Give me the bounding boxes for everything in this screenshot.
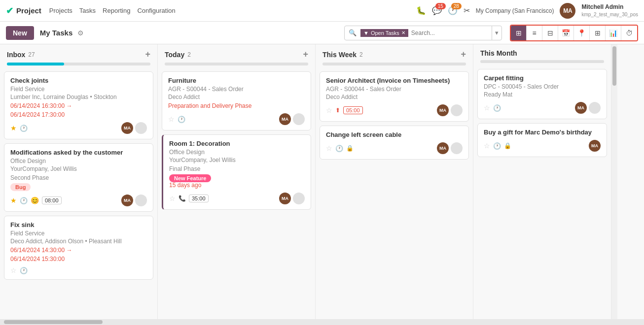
clock-icon[interactable]: 🕐 xyxy=(493,104,501,112)
card-fix-sink[interactable]: Fix sink Field Service Deco Addict, Addi… xyxy=(4,216,153,280)
col-add-thisweek[interactable]: + xyxy=(461,49,466,60)
search-filter-tag[interactable]: ▼ Open Tasks ✕ xyxy=(360,29,408,37)
grid-view-button[interactable]: ⊞ xyxy=(590,26,606,40)
card-title: Fix sink xyxy=(10,221,147,228)
company-label: My Company (San Francisco) xyxy=(476,7,554,14)
col-add-today[interactable]: + xyxy=(303,49,308,60)
card-dates: 06/14/2024 16:30:00 → xyxy=(10,102,147,109)
new-button[interactable]: New xyxy=(6,26,34,40)
horizontal-scrollbar[interactable] xyxy=(0,319,644,325)
calendar-view-button[interactable]: 📅 xyxy=(558,26,574,40)
card-room1-decoration[interactable]: Room 1: Decoration Office Design YourCom… xyxy=(162,134,311,210)
card-sub2: Deco Addict, Addison Olson • Pleasant Hi… xyxy=(10,238,147,245)
card-dates: 06/14/2024 14:30:00 → xyxy=(10,247,147,254)
nav-configuration[interactable]: Configuration xyxy=(137,7,175,14)
avatar-circle xyxy=(135,195,147,206)
card-senior-architect[interactable]: Senior Architect (Invoice on Timesheets)… xyxy=(320,71,469,122)
clock-icon[interactable]: 🕐 xyxy=(20,267,28,274)
col-title-today: Today xyxy=(165,51,184,59)
map-view-button[interactable]: 📍 xyxy=(574,26,590,40)
col-header-today: Today 2 + xyxy=(158,44,315,63)
card-furniture[interactable]: Furniture AGR - S00044 - Sales Order Dec… xyxy=(162,71,311,130)
avatar: MA xyxy=(437,142,449,154)
star-icon[interactable]: ☆ xyxy=(484,142,490,150)
card-date2: 06/14/2024 17:30:00 xyxy=(10,111,147,118)
chart-view-button[interactable]: 📊 xyxy=(606,26,621,40)
settings-gear-icon[interactable]: ⚙ xyxy=(77,29,84,37)
nav-links: Projects Tasks Reporting Configuration xyxy=(49,7,176,14)
clock-icon[interactable]: 🕐 xyxy=(20,125,28,132)
card-gift-birthday[interactable]: Buy a gift for Marc Demo's birthday ☆ 🕐 … xyxy=(477,123,607,157)
thismonth-progress-wrap xyxy=(480,60,604,63)
kanban-view-button[interactable]: ⊞ xyxy=(511,26,527,40)
card-carpet-fitting[interactable]: Carpet fitting DPC - S00045 - Sales Orde… xyxy=(477,69,607,119)
list-view-button[interactable]: ≡ xyxy=(527,26,542,40)
avatar-spacer: MA xyxy=(437,142,463,154)
smile-icon: 😊 xyxy=(31,196,39,204)
bug-icon[interactable]: 🐛 xyxy=(416,6,426,15)
timer-view-button[interactable]: ⏱ xyxy=(621,26,637,40)
star-icon[interactable]: ☆ xyxy=(326,144,332,152)
clock-icon[interactable]: 🕐 xyxy=(493,142,501,150)
app-logo[interactable]: ✔ Project xyxy=(6,5,41,16)
card-subtitle: DPC - S00045 - Sales Order xyxy=(484,83,601,90)
chat-icon[interactable]: 💬 15 xyxy=(432,6,442,15)
col-title-inbox: Inbox xyxy=(7,51,25,59)
phone-icon: 📞 xyxy=(179,195,186,202)
star-icon[interactable]: ☆ xyxy=(169,195,176,202)
avatar: MA xyxy=(121,122,133,134)
search-input[interactable] xyxy=(408,30,492,36)
col-header-inbox: Inbox 27 + xyxy=(0,44,157,63)
search-dropdown-icon[interactable]: ▾ xyxy=(492,26,501,40)
vertical-scrollbar[interactable] xyxy=(611,44,617,325)
filter-close-icon[interactable]: ✕ xyxy=(401,30,405,35)
col-add-inbox[interactable]: + xyxy=(145,49,150,60)
nav-projects[interactable]: Projects xyxy=(49,7,72,14)
wrench-icon[interactable]: ✂ xyxy=(464,6,470,15)
app-name: Project xyxy=(16,6,41,15)
col-count-thisweek: 2 xyxy=(359,51,363,58)
date1: 06/14/2024 16:30:00 → xyxy=(10,102,72,109)
search-bar: 🔍 ▼ Open Tasks ✕ ▾ xyxy=(344,26,502,40)
nav-reporting[interactable]: Reporting xyxy=(103,7,130,14)
card-modifications[interactable]: Modifications asked by the customer Offi… xyxy=(4,143,153,212)
card-title: Room 1: Decoration xyxy=(169,140,305,147)
filter-icon: ▼ xyxy=(363,30,369,36)
user-info: Mitchell Admin kmp_2_test_may_30_pos xyxy=(581,3,638,18)
avatar-spacer: MA xyxy=(589,140,601,152)
card-footer: ☆ ⬆ 05:00 MA xyxy=(326,104,463,116)
thisweek-progress-wrap xyxy=(322,63,466,65)
card-title: Buy a gift for Marc Demo's birthday xyxy=(484,129,601,136)
avatar-spacer: MA xyxy=(437,104,463,116)
kanban-col-today: Today 2 + Furniture AGR - S00044 - Sales… xyxy=(158,44,316,325)
col-header-thisweek: This Week 2 + xyxy=(316,44,473,63)
card-screen-cable[interactable]: Change left screen cable ☆ 🕐 🔒 MA xyxy=(320,126,469,160)
card-check-joints[interactable]: Check joints Field Service Lumber Inc, L… xyxy=(4,71,153,139)
bug-badge: Bug xyxy=(10,183,31,191)
scrollbar-thumb[interactable] xyxy=(4,320,103,324)
col-title-thismonth: This Month xyxy=(480,49,517,57)
upload-icon: ⬆ xyxy=(335,107,340,114)
star-icon[interactable]: ★ xyxy=(10,196,17,204)
card-subtitle: AGR - S00044 - Sales Order xyxy=(168,86,305,93)
avatar: MA xyxy=(121,195,133,206)
star-icon[interactable]: ★ xyxy=(10,124,17,132)
star-icon[interactable]: ☆ xyxy=(10,266,17,274)
lock-icon: 🔒 xyxy=(346,145,354,152)
avatar-spacer: MA xyxy=(279,113,305,125)
user-name: Mitchell Admin xyxy=(581,3,638,11)
star-icon[interactable]: ☆ xyxy=(484,104,490,112)
clock-icon[interactable]: 🕐 28 xyxy=(448,6,458,15)
user-avatar[interactable]: MA xyxy=(560,3,575,19)
nav-tasks[interactable]: Tasks xyxy=(79,7,96,14)
clock-icon[interactable]: 🕐 xyxy=(20,197,28,204)
card-phase[interactable]: Preparation and Delivery Phase xyxy=(168,102,305,109)
today-progress-wrap xyxy=(165,63,308,65)
clock-icon[interactable]: 🕐 xyxy=(178,116,185,123)
clock-icon[interactable]: 🕐 xyxy=(335,145,343,152)
split-view-button[interactable]: ⊟ xyxy=(542,26,558,40)
avatar: MA xyxy=(589,140,601,152)
star-icon[interactable]: ☆ xyxy=(168,115,175,123)
star-icon[interactable]: ☆ xyxy=(326,106,332,114)
thisweek-cards: Senior Architect (Invoice on Timesheets)… xyxy=(316,69,473,325)
